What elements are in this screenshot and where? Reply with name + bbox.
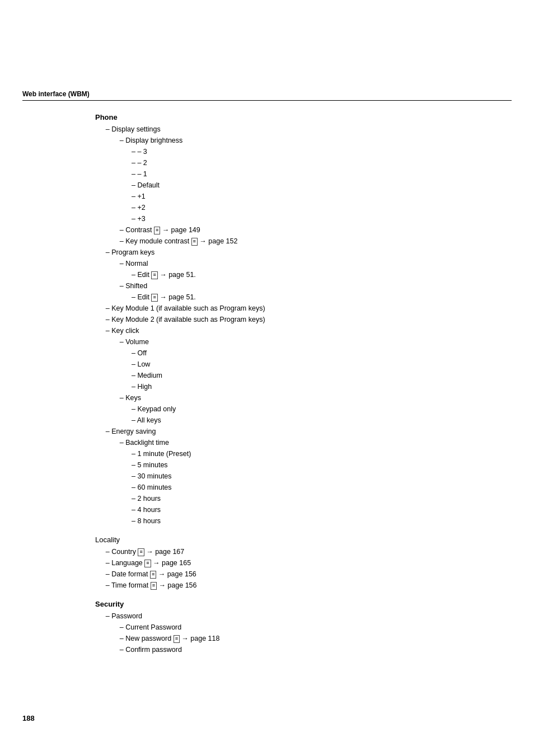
tree-item: – Time format ≡ → page 156: [95, 580, 512, 591]
tree-item: – Program keys: [95, 247, 512, 258]
tree-item: – Medium: [95, 370, 512, 381]
tree-item: – High: [95, 381, 512, 392]
tree-item: – Date format ≡ → page 156: [95, 569, 512, 580]
arrow-icon: →: [144, 548, 155, 556]
tree-item: – +3: [95, 213, 512, 224]
tree-item: – Password: [95, 611, 512, 622]
tree-item: – Display brightness: [95, 135, 512, 146]
tree-item: – Confirm password: [95, 644, 512, 655]
tree-item: – 5 minutes: [95, 459, 512, 471]
header-title: Web interface (WBM): [22, 90, 90, 98]
book-icon: ≡: [151, 582, 157, 590]
tree-item: – – 1: [95, 168, 512, 180]
page-number: 188: [22, 714, 35, 722]
section-title-2: Security: [95, 599, 512, 610]
tree-item: – Key Module 1 (if available such as Pro…: [95, 303, 512, 314]
tree-item: – 60 minutes: [95, 482, 512, 493]
tree-item: – – 3: [95, 146, 512, 157]
tree-item: – Country ≡ → page 167: [95, 546, 512, 557]
tree-item: – 8 hours: [95, 515, 512, 527]
arrow-icon: →: [158, 271, 168, 279]
tree-item: – Edit ≡ → page 51.: [95, 292, 512, 303]
tree-item: – All keys: [95, 415, 512, 426]
book-icon: ≡: [151, 271, 157, 279]
book-icon: ≡: [144, 560, 151, 567]
tree-item: – +2: [95, 202, 512, 213]
tree-item: – Backlight time: [95, 437, 512, 448]
page-ref: page 51.: [168, 293, 196, 301]
arrow-icon: →: [156, 570, 167, 578]
page-ref: page 167: [155, 548, 184, 556]
tree-item: – Default: [95, 180, 512, 191]
page-ref: page 156: [167, 570, 196, 578]
tree-item: – +1: [95, 191, 512, 202]
main-content: Phone– Display settings– Display brightn…: [95, 112, 512, 655]
arrow-icon: →: [180, 635, 190, 642]
tree-item: – Display settings: [95, 124, 512, 135]
arrow-icon: →: [151, 559, 162, 567]
tree-item: – New password ≡ → page 118: [95, 633, 512, 644]
tree-item: – 4 hours: [95, 504, 512, 515]
book-icon: ≡: [151, 294, 157, 302]
tree-item: – Keys: [95, 392, 512, 403]
arrow-icon: →: [198, 237, 208, 245]
tree-item: – 1 minute (Preset): [95, 448, 512, 459]
book-icon: ≡: [154, 227, 160, 234]
tree-item: – Energy saving: [95, 426, 512, 437]
tree-item: – Language ≡ → page 165: [95, 557, 512, 569]
page-ref: page 152: [208, 237, 237, 245]
tree-item: – Key Module 2 (if available such as Pro…: [95, 314, 512, 325]
tree-item: – Edit ≡ → page 51.: [95, 269, 512, 280]
tree-item: – Contrast ≡ → page 149: [95, 224, 512, 236]
arrow-icon: →: [160, 226, 171, 234]
book-icon: ≡: [150, 571, 156, 579]
tree-item: – Low: [95, 359, 512, 370]
tree-item: – Current Password: [95, 622, 512, 633]
arrow-icon: →: [158, 293, 168, 301]
page-header: Web interface (WBM): [22, 0, 512, 101]
section-title-1: Locality: [95, 534, 512, 546]
tree-item: – Volume: [95, 336, 512, 348]
page-ref: page 118: [190, 635, 219, 642]
tree-item: – 2 hours: [95, 493, 512, 504]
tree-item: – Normal: [95, 258, 512, 269]
page-ref: page 156: [167, 581, 196, 589]
book-icon: ≡: [138, 548, 144, 556]
tree-item: – Key module contrast ≡ → page 152: [95, 236, 512, 247]
book-icon: ≡: [191, 238, 198, 246]
section-title-0: Phone: [95, 112, 512, 123]
page-ref: page 165: [162, 559, 191, 567]
tree-item: – – 2: [95, 157, 512, 168]
tree-item: – Key click: [95, 325, 512, 336]
book-icon: ≡: [174, 635, 180, 643]
page-ref: page 149: [171, 226, 200, 234]
tree-item: – Off: [95, 348, 512, 359]
page-ref: page 51.: [168, 271, 196, 279]
tree-item: – Keypad only: [95, 403, 512, 415]
arrow-icon: →: [157, 581, 167, 589]
tree-item: – Shifted: [95, 280, 512, 292]
tree-item: – 30 minutes: [95, 471, 512, 482]
